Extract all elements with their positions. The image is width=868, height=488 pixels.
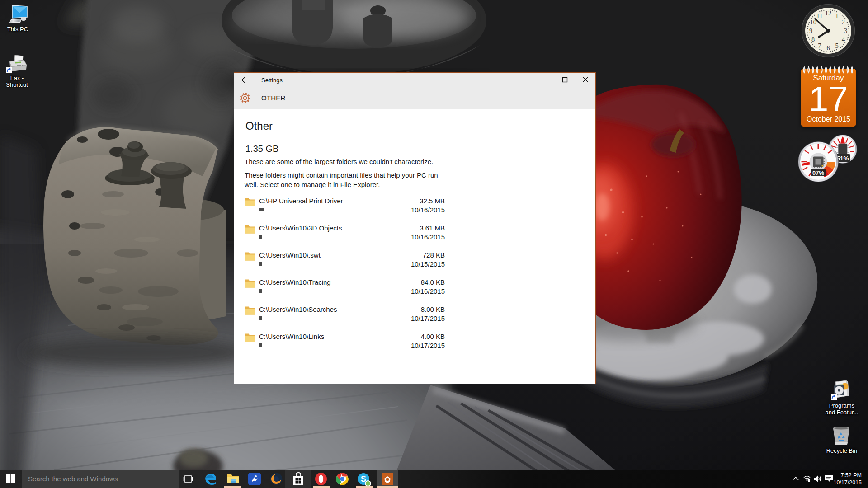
svg-text:7: 7	[818, 42, 821, 49]
svg-text:3: 3	[844, 27, 847, 34]
svg-text:2: 2	[842, 19, 845, 26]
svg-text:5: 5	[835, 42, 839, 49]
svg-text:11: 11	[816, 12, 823, 19]
svg-text:9: 9	[809, 27, 812, 34]
svg-text:1: 1	[835, 12, 839, 19]
svg-text:6: 6	[826, 44, 830, 52]
svg-text:07%: 07%	[812, 169, 824, 176]
svg-text:8: 8	[811, 36, 815, 43]
svg-text:12: 12	[825, 9, 832, 17]
svg-text:4: 4	[842, 36, 845, 43]
